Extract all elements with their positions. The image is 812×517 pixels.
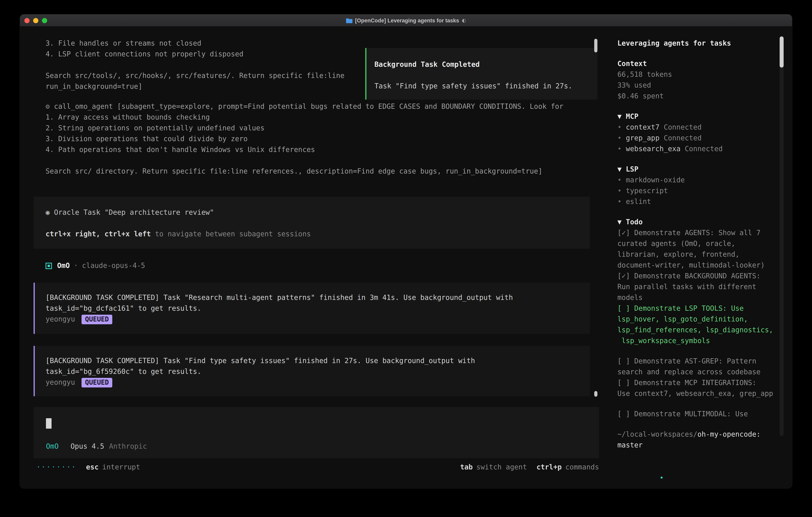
- context-spent: $0.46 spent: [617, 91, 792, 102]
- tool-call-item: 4. Path operations that don't handle Win…: [46, 144, 563, 155]
- context-used: 33% used: [617, 80, 792, 91]
- working-spinner: ········: [36, 462, 77, 472]
- bullet-icon: •: [617, 134, 621, 142]
- chevron-down-icon: ▼: [617, 112, 621, 120]
- agent-name: OmO: [57, 260, 70, 271]
- separator-dot: ·: [74, 260, 78, 271]
- lsp-section: ▼ LSP • markdown-oxide • typescript • es…: [617, 164, 792, 207]
- oracle-task-panel: ◉ Oracle Task "Deep architecture review"…: [34, 197, 590, 249]
- workspace-path: ~/local-workspaces/oh-my-opencode: maste…: [617, 429, 792, 451]
- context-heading: Context: [617, 58, 792, 69]
- status-bar-right: tab switch agent ctrl+p commands: [460, 462, 599, 472]
- navigate-keybinding: ctrl+x right, ctrl+x left: [46, 230, 151, 238]
- mcp-heading: MCP: [626, 112, 638, 120]
- bullet-icon: •: [617, 197, 621, 206]
- todo-item-done: [✓] Demonstrate BACKGROUND AGENTS: Run p…: [617, 271, 774, 303]
- tab-key-hint: tab: [460, 462, 473, 472]
- close-button[interactable]: [24, 18, 30, 23]
- bullet-icon: •: [617, 145, 621, 153]
- context-section: Context 66,518 tokens 33% used $0.46 spe…: [617, 58, 792, 102]
- window-title-group: [OpenCode] Leveraging agents for tasks ◐: [346, 18, 466, 23]
- prompt-input[interactable]: OmO Opus 4.5 Anthropic: [34, 407, 599, 458]
- agent-square-icon: [46, 263, 52, 269]
- scrollback-line: 4. LSP client connections not properly d…: [46, 49, 345, 60]
- workspace-path-name: oh-my-opencode:: [697, 430, 760, 438]
- chat-scrollback: 3. File handles or streams not closed 4.…: [46, 38, 345, 92]
- toast-title: Background Task Completed: [374, 59, 589, 70]
- commands-key-label: commands: [565, 462, 599, 472]
- text-cursor: [46, 418, 52, 429]
- tool-call-block: ⚙ call_omo_agent [subagent_type=explore,…: [46, 101, 563, 177]
- status-bar: ········ esc interrupt tab switch agent …: [36, 462, 599, 472]
- esc-key-label: interrupt: [102, 462, 140, 472]
- mcp-section: ▼ MCP • context7 Connected • grep_app Co…: [617, 111, 792, 154]
- message-card: [BACKGROUND TASK COMPLETED] Task "Find t…: [34, 346, 590, 396]
- tool-call-item: 1. Array access without bounds checking: [46, 112, 563, 123]
- activity-moon-icon: ◐: [462, 18, 466, 23]
- input-provider-name: Anthropic: [109, 441, 147, 452]
- folder-icon: [346, 18, 352, 23]
- todo-item-done: [✓] Demonstrate AGENTS: Show all 7 curat…: [617, 227, 774, 271]
- todo-heading: Todo: [626, 218, 643, 226]
- bullet-icon: •: [617, 123, 621, 131]
- chevron-down-icon: ▼: [617, 165, 621, 173]
- tool-call-header: call_omo_agent [subagent_type=explore, p…: [54, 102, 563, 110]
- message-author: yeongyu: [46, 377, 75, 388]
- scrollback-line: Search src/tools/, src/hooks/, src/featu…: [46, 71, 345, 81]
- main-scrollbar-thumb[interactable]: [594, 39, 598, 52]
- sidebar-scrollbar[interactable]: [780, 36, 784, 436]
- tool-call-footer: Search src/ directory. Return specific f…: [46, 166, 563, 177]
- message-author: yeongyu: [46, 314, 75, 325]
- message-text: [BACKGROUND TASK COMPLETED] Task "Find t…: [46, 355, 582, 366]
- chevron-down-icon: ▼: [617, 218, 621, 226]
- oracle-task-title: Oracle Task "Deep architecture review": [54, 208, 214, 216]
- bullet-icon: •: [660, 474, 664, 482]
- zoom-button[interactable]: [42, 18, 47, 23]
- main-scrollbar-mark[interactable]: [594, 391, 598, 397]
- agent-model: claude-opus-4-5: [82, 260, 145, 271]
- mcp-item: • websearch_exa Connected: [617, 143, 792, 154]
- lsp-item: • eslint: [617, 196, 792, 207]
- message-text: [BACKGROUND TASK COMPLETED] Task "Resear…: [46, 292, 582, 303]
- todo-item-open: [ ] Demonstrate AST-GREP: Pattern search…: [617, 356, 774, 377]
- message-text: task_id="bg_dcfac161" to get results.: [46, 303, 582, 314]
- window-titlebar[interactable]: [OpenCode] Leveraging agents for tasks ◐: [20, 15, 792, 27]
- lsp-heading: LSP: [626, 165, 638, 173]
- minimize-button[interactable]: [33, 18, 38, 23]
- sidebar-scrollbar-thumb[interactable]: [780, 36, 784, 67]
- esc-key-hint: esc: [86, 462, 99, 472]
- workspace-path-prefix: ~/local-workspaces/: [617, 430, 697, 438]
- sidebar-footer: • OpenCode 1.0.163: [617, 462, 693, 472]
- mcp-item: • grep_app Connected: [617, 133, 792, 143]
- status-badge: QUEUED: [82, 315, 113, 324]
- lsp-item: • typescript: [617, 186, 792, 196]
- terminal-content: 3. File handles or streams not closed 4.…: [20, 27, 792, 488]
- terminal-window: [OpenCode] Leveraging agents for tasks ◐…: [20, 15, 792, 488]
- message-text: task_id="bg_6f59260c" to get results.: [46, 366, 582, 377]
- background-task-toast: Background Task Completed Task "Find typ…: [365, 48, 598, 100]
- toast-body: Task "Find type safety issues" finished …: [374, 81, 589, 91]
- todo-item-active: [ ] Demonstrate LSP TOOLS: Use lsp_hover…: [617, 303, 774, 346]
- window-title: [OpenCode] Leveraging agents for tasks: [355, 18, 459, 23]
- tab-key-label: switch agent: [476, 462, 527, 472]
- todo-section: ▼ Todo [✓] Demonstrate AGENTS: Show all …: [617, 217, 792, 419]
- bullet-icon: •: [617, 187, 621, 195]
- navigate-hint: to navigate between subagent sessions: [151, 230, 311, 238]
- lsp-item: • markdown-oxide: [617, 175, 792, 186]
- sidebar: Leveraging agents for tasks Context 66,5…: [610, 27, 792, 488]
- tool-call-item: 3. Division operations that could divide…: [46, 134, 563, 144]
- todo-item-open: [ ] Demonstrate MULTIMODAL: Use: [617, 409, 774, 419]
- mcp-item: • context7 Connected: [617, 122, 792, 133]
- input-footer: OmO Opus 4.5 Anthropic: [46, 441, 147, 452]
- input-agent-name: OmO: [46, 441, 59, 452]
- traffic-lights: [24, 18, 47, 23]
- agent-header: OmO · claude-opus-4-5: [46, 260, 145, 271]
- scrollback-line: 3. File handles or streams not closed: [46, 38, 345, 49]
- input-model-name: Opus 4.5: [70, 441, 104, 452]
- message-card: [BACKGROUND TASK COMPLETED] Task "Resear…: [34, 283, 590, 334]
- scrollback-line: run_in_background=true]: [46, 81, 345, 92]
- screen: [OpenCode] Leveraging agents for tasks ◐…: [0, 0, 812, 517]
- session-title: Leveraging agents for tasks: [617, 38, 792, 49]
- todo-item-open: [ ] Demonstrate MCP INTEGRATIONS: Use co…: [617, 377, 774, 399]
- context-tokens: 66,518 tokens: [617, 69, 792, 80]
